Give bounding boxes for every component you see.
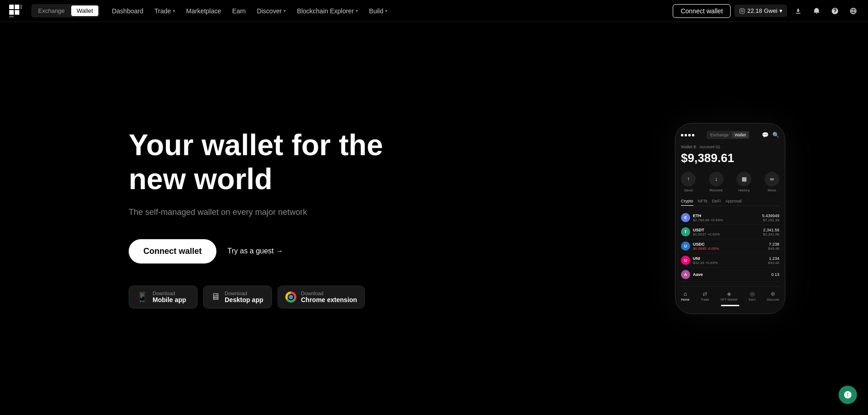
send-icon: ↑ [681, 172, 696, 186]
nft-market-icon: ◈ [727, 291, 731, 297]
exchange-toggle-btn[interactable]: Exchange [33, 6, 70, 16]
phone-toggle: Exchange Wallet [707, 131, 750, 139]
hero-actions: Connect wallet Try as a guest → [129, 239, 404, 264]
phone-coin-usdt: T USDT $1.0037 +0.63% 2,341.56 $2,341.56 [681, 225, 779, 239]
phone-bottom-nav: ⌂ Home ⇄ Trade ◈ NFT Market ◎ Earn ⊕ D [681, 286, 779, 301]
receive-icon: ↓ [709, 172, 724, 186]
wallet-toggle-btn[interactable]: Wallet [71, 6, 99, 16]
phone-tab-nfts: NFTs [698, 199, 708, 206]
chrome-icon [285, 292, 296, 303]
download-desktop-btn[interactable]: 🖥 Download Desktop app [203, 286, 272, 308]
chevron-down-icon: ▾ [284, 8, 286, 13]
chat-icon [843, 390, 852, 399]
eth-avatar: E [681, 213, 690, 222]
chevron-down-icon: ▾ [385, 8, 387, 13]
phone-logo [681, 134, 694, 136]
phone-actions: ↑ Send ↓ Receive ▦ History ∞ More [681, 172, 779, 192]
phone-coin-eth: E ETH $2,784.69 +0.63% 5.439949 $7,191.3… [681, 211, 779, 225]
aave-avatar: A [681, 270, 690, 279]
svg-rect-4 [15, 10, 19, 15]
download-icon [794, 7, 802, 15]
chevron-down-icon: ▾ [173, 8, 175, 13]
hero-title: Your wallet for the new world [129, 129, 404, 196]
connect-wallet-button[interactable]: Connect wallet [673, 4, 731, 18]
phone-nav-trade: ⇄ Trade [701, 291, 709, 301]
mobile-icon: 📱 [136, 292, 148, 303]
question-icon [831, 7, 839, 15]
phone-send-action: ↑ Send [681, 172, 696, 192]
phone-balance: $9,389.61 [681, 151, 779, 165]
phone-coin-uni: U UNI $32.33 +0.63% 1.234 $43.48 [681, 253, 779, 268]
nav-trade[interactable]: Trade ▾ [150, 5, 180, 17]
trade-icon: ⇄ [703, 291, 707, 297]
phone-nav-home: ⌂ Home [681, 291, 690, 301]
earn-icon: ◎ [750, 291, 755, 297]
svg-rect-5 [9, 16, 14, 17]
hero-connect-wallet-button[interactable]: Connect wallet [129, 239, 216, 264]
nav-right: Connect wallet 22.18 Gwei ▾ [673, 4, 861, 18]
hero-section: Your wallet for the new world The self-m… [0, 22, 868, 415]
download-mobile-btn[interactable]: 📱 Download Mobile app [129, 286, 198, 308]
home-icon: ⌂ [684, 291, 687, 297]
hero-content: Your wallet for the new world The self-m… [129, 129, 404, 308]
globe-icon-btn[interactable] [846, 4, 861, 18]
svg-rect-2 [15, 5, 19, 9]
phone-search-icon: 🔍 [772, 132, 779, 138]
phone-nav-discover: ⊕ Discover [767, 291, 779, 301]
nav-toggle: Exchange Wallet [31, 4, 100, 17]
nav-links: Dashboard Trade ▾ Marketplace Earn Disco… [107, 5, 669, 17]
download-chrome-btn[interactable]: Download Chrome extension [278, 286, 365, 308]
nav-marketplace[interactable]: Marketplace [182, 5, 226, 17]
svg-rect-3 [9, 10, 14, 15]
phone-tab-defi: DeFi [712, 199, 721, 206]
hero-guest-link[interactable]: Try as a guest → [227, 247, 283, 255]
nav-discover[interactable]: Discover ▾ [252, 5, 290, 17]
svg-rect-6 [20, 5, 22, 9]
phone-tabs: Crypto NFTs DeFi Approval [681, 199, 779, 206]
phone-nav-earn: ◎ Earn [749, 291, 755, 301]
svg-rect-9 [741, 10, 743, 11]
download-buttons: 📱 Download Mobile app 🖥 Download Desktop… [129, 286, 404, 308]
logo[interactable] [7, 3, 24, 19]
help-icon-btn[interactable] [828, 4, 842, 18]
hero-subtitle: The self-managed wallet on every major n… [129, 208, 404, 217]
phone-wallet-toggle: Wallet [732, 132, 749, 138]
uni-avatar: U [681, 256, 690, 265]
desktop-icon: 🖥 [211, 292, 220, 302]
gas-icon [739, 8, 745, 14]
phone-coin-aave: A Aave 0.13 [681, 268, 779, 282]
phone-mockup: Exchange Wallet 💬 🔍 Wallet B · Account 0… [675, 123, 785, 314]
usdc-avatar: U [681, 241, 690, 251]
chat-support-button[interactable] [839, 386, 857, 404]
phone-tab-approval: Approval [726, 199, 742, 206]
phone-receive-action: ↓ Receive [709, 172, 724, 192]
chevron-down-icon: ▾ [356, 8, 358, 13]
phone-history-action: ▦ History [737, 172, 751, 192]
more-icon: ∞ [765, 172, 779, 186]
nav-earn[interactable]: Earn [227, 5, 250, 17]
svg-rect-8 [741, 11, 743, 12]
nav-build[interactable]: Build ▾ [364, 5, 392, 17]
chevron-down-icon: ▾ [779, 7, 783, 14]
phone-wallet-label: Wallet B · Account 01 · [681, 145, 779, 149]
svg-rect-1 [9, 5, 14, 9]
phone-chat-icon: 💬 [762, 132, 769, 138]
phone-home-indicator [721, 305, 739, 306]
bell-icon [813, 7, 820, 15]
discover-icon: ⊕ [771, 291, 775, 297]
globe-icon [850, 7, 857, 15]
nav-blockchain-explorer[interactable]: Blockchain Explorer ▾ [292, 5, 363, 17]
phone-more-action: ∞ More [765, 172, 779, 192]
navbar: Exchange Wallet Dashboard Trade ▾ Market… [0, 0, 868, 22]
history-icon: ▦ [737, 172, 751, 186]
gwei-selector[interactable]: 22.18 Gwei ▾ [734, 5, 787, 17]
phone-topbar: Exchange Wallet 💬 🔍 [681, 131, 779, 139]
phone-nav-nft-market: ◈ NFT Market [720, 291, 738, 301]
usdt-avatar: T [681, 227, 690, 236]
phone-coin-usdc: U USDC $0.9995 -0.05% 7.238 $49.48 [681, 239, 779, 253]
notification-icon-btn[interactable] [809, 4, 824, 18]
download-icon-btn[interactable] [791, 4, 806, 18]
nav-dashboard[interactable]: Dashboard [107, 5, 148, 17]
phone-top-icons: 💬 🔍 [762, 132, 779, 138]
phone-exchange-toggle: Exchange [708, 132, 732, 138]
